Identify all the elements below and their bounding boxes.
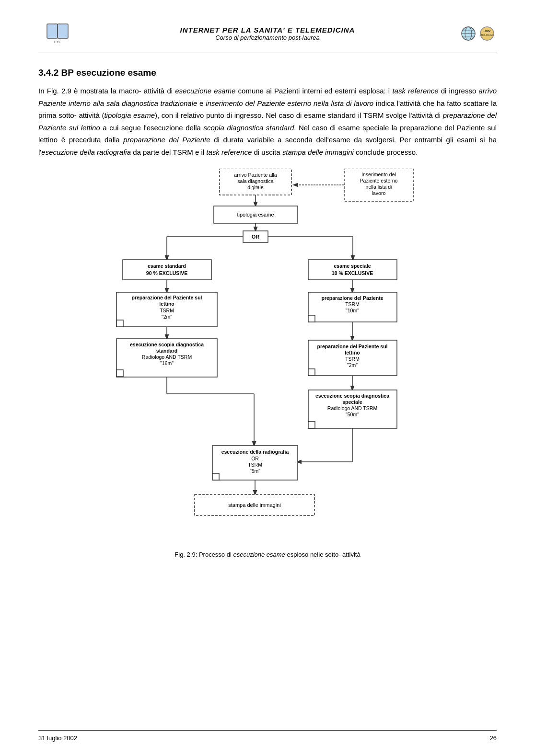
svg-text:esecuzione scopia diagnostica: esecuzione scopia diagnostica [130, 342, 204, 347]
svg-rect-49 [308, 315, 315, 322]
svg-text:esame standard: esame standard [148, 263, 186, 269]
svg-text:standard: standard [156, 348, 177, 354]
page: EYE INTERNET PER LA SANITA' E TELEMEDICI… [0, 0, 535, 756]
svg-rect-83 [195, 494, 314, 515]
svg-rect-1 [58, 24, 68, 38]
svg-rect-31 [123, 260, 211, 280]
svg-rect-81 [212, 473, 219, 480]
svg-text:preparazione del Paziente sul: preparazione del Paziente sul [317, 344, 387, 349]
svg-text:stampa delle immagini: stampa delle immagini [228, 502, 280, 508]
svg-text:sala diagnostica: sala diagnostica [237, 178, 273, 184]
svg-rect-73 [308, 422, 315, 428]
svg-text:nella lista di: nella lista di [366, 184, 392, 190]
svg-rect-0 [47, 24, 58, 38]
logo-right: UNIV BOLOGNA [458, 19, 497, 48]
page-header: EYE INTERNET PER LA SANITA' E TELEMEDICI… [38, 19, 497, 53]
caption-prefix: Fig. 2.9: [174, 551, 197, 558]
svg-text:EYE: EYE [54, 40, 61, 44]
svg-text:"50m": "50m" [346, 412, 359, 417]
footer-page: 26 [490, 734, 497, 742]
svg-text:lettino: lettino [345, 350, 360, 355]
caption-suffix: esploso nelle sotto- attività [285, 551, 361, 558]
svg-text:BOLOGNA: BOLOGNA [481, 34, 493, 36]
diagram-svg: arrivo Paziente alla sala diagnostica di… [90, 169, 445, 542]
book-logo-icon: EYE [45, 21, 70, 46]
svg-text:speciale: speciale [342, 399, 362, 405]
svg-text:Inserimento del: Inserimento del [361, 172, 396, 177]
logo-left: EYE [38, 19, 77, 48]
figure-caption: Fig. 2.9: Processo di esecuzione esame e… [38, 551, 497, 558]
svg-rect-52 [116, 339, 217, 377]
svg-rect-44 [116, 320, 123, 327]
svg-text:esecuzione della radiografia: esecuzione della radiografia [221, 449, 289, 455]
caption-text: Processo di [199, 551, 233, 558]
svg-text:lavoro: lavoro [372, 190, 386, 196]
page-footer: 31 luglio 2002 26 [38, 730, 497, 742]
svg-text:TSRM: TSRM [345, 301, 360, 307]
svg-rect-16 [344, 169, 414, 201]
svg-text:90 % EXCLUSIVE: 90 % EXCLUSIVE [146, 270, 187, 276]
svg-rect-22 [214, 206, 298, 223]
svg-text:esame speciale: esame speciale [334, 263, 371, 269]
footer-date: 31 luglio 2002 [38, 734, 77, 742]
svg-text:"2m": "2m" [162, 314, 172, 320]
svg-text:UNIV: UNIV [483, 30, 490, 33]
diagram-container: arrivo Paziente alla sala diagnostica di… [38, 169, 497, 542]
svg-text:Radiologo AND TSRM: Radiologo AND TSRM [327, 405, 377, 411]
svg-text:Radiologo AND TSRM: Radiologo AND TSRM [142, 354, 192, 360]
header-title-line2: Corso di perfezionamento post-laurea [77, 34, 458, 41]
globe-logo-icon [460, 25, 477, 42]
svg-rect-58 [308, 340, 397, 376]
svg-text:"2m": "2m" [347, 362, 358, 368]
svg-text:"16m": "16m" [160, 360, 174, 366]
svg-text:arrivo Paziente alla: arrivo Paziente alla [234, 172, 277, 178]
section-title: 3.4.2 BP esecuzione esame [38, 68, 497, 78]
body-text: In Fig. 2.9 è mostrata la macro- attivit… [38, 85, 497, 158]
svg-rect-45 [308, 292, 397, 322]
svg-rect-34 [308, 260, 397, 280]
svg-text:lettino: lettino [159, 301, 174, 307]
svg-text:tipologia esame: tipologia esame [237, 212, 274, 218]
svg-rect-12 [220, 169, 291, 195]
svg-text:preparazione del Paziente sul: preparazione del Paziente sul [131, 295, 202, 300]
process-diagram: arrivo Paziente alla sala diagnostica di… [90, 169, 445, 542]
svg-rect-76 [212, 446, 298, 480]
svg-text:10 % EXCLUSIVE: 10 % EXCLUSIVE [332, 270, 373, 276]
svg-text:"5m": "5m" [250, 468, 260, 474]
svg-rect-63 [308, 369, 315, 376]
svg-rect-39 [116, 292, 217, 327]
svg-text:OR: OR [252, 234, 260, 240]
caption-italic: esecuzione esame [233, 551, 285, 558]
svg-text:TSRM: TSRM [345, 356, 360, 362]
svg-rect-25 [243, 231, 268, 242]
header-text: INTERNET PER LA SANITA' E TELEMEDICINA C… [77, 26, 458, 41]
svg-text:esecuzione scopia diagnostica: esecuzione scopia diagnostica [315, 393, 389, 399]
reference-word: reference [408, 87, 438, 95]
svg-text:digitale: digitale [247, 184, 263, 190]
svg-rect-68 [308, 390, 397, 428]
svg-rect-57 [116, 370, 123, 377]
svg-text:TSRM: TSRM [160, 308, 174, 313]
badge-logo-icon: UNIV BOLOGNA [479, 25, 495, 42]
svg-text:OR: OR [251, 456, 259, 461]
svg-text:Paziente esterno: Paziente esterno [360, 178, 398, 183]
svg-text:TSRM: TSRM [248, 462, 262, 468]
svg-text:"10m": "10m" [346, 308, 359, 313]
svg-text:preparazione del Paziente: preparazione del Paziente [322, 295, 384, 301]
header-title-line1: INTERNET PER LA SANITA' E TELEMEDICINA [77, 26, 458, 34]
